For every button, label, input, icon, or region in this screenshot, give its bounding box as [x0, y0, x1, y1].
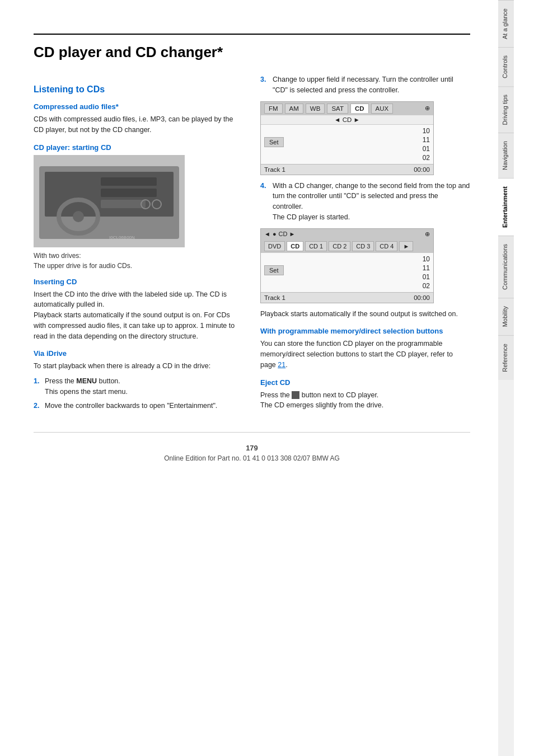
step-4-subtext: The CD player is started.	[273, 213, 350, 221]
screen-2-numbers: 10 11 01 02	[423, 255, 430, 290]
step-4: 4. With a CD changer, change to the seco…	[260, 181, 470, 223]
screen-2-nav-cd: CD ►	[279, 231, 296, 237]
programmable-text: You can store the function CD player on …	[260, 339, 470, 370]
screen-1-set-btn-container: Set	[264, 138, 423, 146]
step-4-num: 4.	[260, 181, 269, 223]
page-link-21[interactable]: 21	[278, 361, 285, 369]
svg-point-4	[73, 211, 84, 222]
screen-2-set-btn[interactable]: Set	[264, 265, 284, 275]
screen-2-num-10: 10	[423, 255, 430, 263]
screen-1-num-11: 11	[423, 136, 430, 144]
screen-2-track: Track 1	[264, 294, 285, 301]
tab-navigation[interactable]: Navigation	[498, 133, 514, 178]
image-caption-1: With two drives:	[34, 252, 243, 260]
step-1: 1. Press the MENU button.This opens the …	[34, 376, 243, 397]
starting-cd-title: CD player: starting CD	[34, 143, 243, 152]
tab-controls[interactable]: Controls	[498, 47, 514, 86]
screen-2-time: 00:00	[414, 294, 430, 301]
steps-list: 1. Press the MENU button.This opens the …	[34, 376, 243, 411]
screen-1: FM AM WB SAT CD AUX ⊕ ◄ CD ► Set	[260, 101, 434, 175]
cd-tab-arrow: ►	[399, 241, 413, 251]
step-3: 3. Change to upper field if necessary. T…	[260, 74, 470, 96]
tab-mobility[interactable]: Mobility	[498, 298, 514, 335]
screen-1-time: 00:00	[414, 166, 430, 173]
page-title: CD player and CD changer*	[34, 34, 470, 61]
step-2-num: 2.	[34, 401, 41, 411]
step-1-subtext: This opens the start menu.	[45, 388, 128, 396]
screen-2-set-area: Set	[264, 255, 423, 290]
screen-tab-sat: SAT	[327, 104, 348, 114]
via-idrive-text: To start playback when there is already …	[34, 361, 243, 372]
screen-1-set-area: Set	[264, 127, 423, 162]
programmable-title: With programmable memory/direct selectio…	[260, 327, 470, 335]
compressed-audio-title: Compressed audio files*	[34, 102, 243, 111]
screen-2-right-icon: ⊕	[425, 231, 430, 238]
screen-tab-wb: WB	[306, 104, 325, 114]
via-idrive-title: Via iDrive	[34, 349, 243, 358]
screen-tab-cd-active: CD	[350, 104, 369, 113]
screen-1-track: Track 1	[264, 166, 285, 173]
two-column-layout: Listening to CDs Compressed audio files*…	[34, 74, 470, 415]
screen-2: ◄ ● CD ► ⊕ DVD CD CD 1 CD 2 CD 3 CD 4 ►	[260, 228, 434, 303]
left-column: Listening to CDs Compressed audio files*…	[34, 74, 243, 415]
section-title: Listening to CDs	[34, 84, 243, 95]
image-caption-2: The upper drive is for audio CDs.	[34, 262, 243, 270]
footer-text: Online Edition for Part no. 01 41 0 013 …	[34, 454, 470, 462]
screen-1-nav: ◄ CD ►	[261, 115, 433, 125]
screen-1-top-bar: FM AM WB SAT CD AUX ⊕	[261, 102, 433, 115]
eject-icon	[292, 391, 299, 399]
screen-2-footer: Track 1 00:00	[261, 292, 433, 303]
screen-1-set-btn[interactable]: Set	[264, 137, 284, 147]
screen-1-num-02: 02	[423, 154, 430, 162]
screen-1-num-01: 01	[423, 145, 430, 153]
tab-communications[interactable]: Communications	[498, 236, 514, 298]
cd-tab-cd: CD	[287, 241, 303, 251]
screen-1-num-10: 10	[423, 127, 430, 135]
playback-text: Playback starts automatically if the sou…	[260, 309, 470, 320]
screen-1-numbers: 10 11 01 02	[423, 127, 430, 162]
cd-tab-cd3: CD 3	[352, 241, 374, 251]
screen-1-footer: Track 1 00:00	[261, 164, 433, 175]
screen-1-body: Set 10 11 01 02	[261, 125, 433, 164]
step-2-text: Move the controller backwards to open "E…	[45, 401, 217, 411]
tab-reference[interactable]: Reference	[498, 335, 514, 380]
step-1-text: Press the MENU button.This opens the sta…	[45, 376, 128, 397]
cd-tab-cd1: CD 1	[305, 241, 327, 251]
cd-player-image: I0CL06B00N	[34, 155, 185, 247]
screen-2-top-bar: ◄ ● CD ► ⊕	[261, 229, 433, 240]
svg-rect-7	[101, 200, 146, 208]
screen-2-cd-bar: DVD CD CD 1 CD 2 CD 3 CD 4 ►	[261, 240, 433, 253]
eject-cd-text: Press the button next to CD player.The C…	[260, 390, 470, 411]
page-container: CD player and CD changer* Listening to C…	[0, 0, 534, 756]
tab-driving-tips[interactable]: Driving tips	[498, 86, 514, 133]
screen-2-set-btn-container: Set	[264, 266, 423, 274]
page-number: 179	[34, 444, 470, 452]
screen-tab-am: AM	[285, 104, 303, 114]
screen-2-num-02: 02	[423, 282, 430, 290]
right-column: 3. Change to upper field if necessary. T…	[260, 74, 470, 415]
svg-rect-6	[101, 189, 157, 197]
step-3-num: 3.	[260, 74, 269, 96]
screen-2-num-11: 11	[423, 264, 430, 272]
step-4-text: With a CD changer, change to the second …	[273, 182, 470, 211]
screen-2-num-01: 01	[423, 273, 430, 281]
compressed-audio-text: CDs with compressed audio files, i.e. MP…	[34, 114, 243, 135]
step-2: 2. Move the controller backwards to open…	[34, 401, 243, 411]
cd-tab-cd2: CD 2	[329, 241, 350, 251]
screen-2-nav-disc: ●	[273, 231, 277, 237]
screen-tab-aux: AUX	[371, 104, 394, 114]
tab-at-a-glance[interactable]: At a glance	[498, 0, 514, 47]
right-tab-bar: At a glance Controls Driving tips Naviga…	[498, 0, 514, 756]
eject-cd-text2: The CD emerges slightly from the drive.	[260, 401, 383, 409]
svg-text:I0CL06B00N: I0CL06B00N	[109, 235, 135, 240]
cd-tab-dvd: DVD	[264, 241, 285, 251]
inserting-cd-text: Insert the CD into the drive with the la…	[34, 289, 243, 342]
screen-1-icon: ⊕	[425, 105, 430, 112]
eject-cd-title: Eject CD	[260, 378, 470, 387]
main-content: CD player and CD changer* Listening to C…	[0, 0, 498, 756]
cd-image-inner: I0CL06B00N	[34, 155, 185, 247]
inserting-cd-title: Inserting CD	[34, 278, 243, 286]
screen-tab-fm: FM	[264, 104, 283, 114]
step-4-content: With a CD changer, change to the second …	[273, 181, 470, 223]
tab-entertainment[interactable]: Entertainment	[498, 178, 514, 236]
